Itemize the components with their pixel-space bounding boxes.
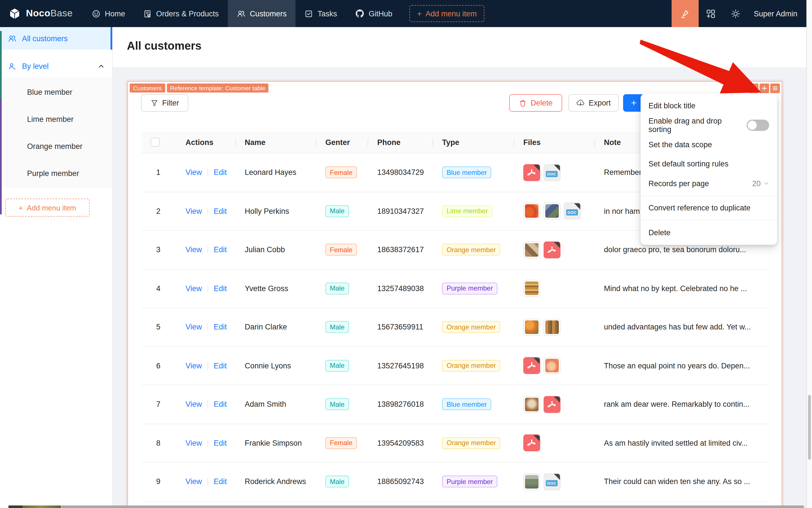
column-header-phone[interactable]: Phone <box>368 131 433 153</box>
vertical-scrollbar-thumb[interactable] <box>808 395 811 460</box>
navbar-add-menu-item-button[interactable]: + Add menu item <box>409 5 485 22</box>
phone-cell: 13257489038 <box>368 284 433 293</box>
image-thumbnail[interactable] <box>544 319 560 336</box>
select-all-cell <box>141 131 177 153</box>
sidebar-add-menu-item-button[interactable]: + Add menu item <box>5 199 90 217</box>
doc-file-icon[interactable]: DOC <box>544 473 560 490</box>
nav-item-customers[interactable]: Customers <box>228 0 296 27</box>
user-menu[interactable]: Super Admin <box>748 9 812 18</box>
doc-file-icon[interactable]: DOC <box>544 164 560 181</box>
view-link[interactable]: View <box>185 168 202 177</box>
edit-link[interactable]: Edit <box>214 168 227 177</box>
delete-button[interactable]: Delete <box>509 94 562 112</box>
drag-sort-toggle[interactable] <box>747 120 769 131</box>
type-tag: Purple member <box>442 476 497 488</box>
vertical-scrollbar[interactable] <box>806 0 812 508</box>
edit-link[interactable]: Edit <box>214 207 227 215</box>
nav-item-github[interactable]: GitHub <box>346 0 401 27</box>
type-cell: Orange member <box>433 244 514 256</box>
column-header-type[interactable]: Type <box>433 131 514 153</box>
image-thumbnail[interactable] <box>523 242 540 258</box>
divider <box>208 324 208 331</box>
view-link[interactable]: View <box>185 323 202 331</box>
gender-tag: Female <box>325 244 357 256</box>
edit-link[interactable]: Edit <box>214 246 227 254</box>
horizontal-scrollbar-thumb[interactable] <box>61 505 804 508</box>
sidebar-item-all-customers[interactable]: All customers <box>0 27 112 50</box>
image-thumbnail[interactable] <box>523 280 540 297</box>
records-per-page-value[interactable]: 20 <box>752 179 761 188</box>
image-thumbnail[interactable] <box>523 203 540 220</box>
edit-link[interactable]: Edit <box>214 284 227 293</box>
table-row: 6 ViewEdit Connie Lyons Male 13527645198… <box>141 347 769 385</box>
actions-cell: ViewEdit <box>177 362 236 370</box>
select-all-checkbox[interactable] <box>150 138 160 147</box>
files-cell: DOC <box>514 164 595 181</box>
menu-item-data-scope[interactable]: Set the data scope <box>641 135 777 154</box>
pdf-file-icon[interactable] <box>544 242 560 258</box>
view-link[interactable]: View <box>185 439 202 448</box>
menu-item-records-per-page[interactable]: Records per page 20 <box>641 174 777 193</box>
pdf-file-icon[interactable] <box>523 357 540 374</box>
plugin-manager-button[interactable] <box>698 0 723 27</box>
view-link[interactable]: View <box>185 400 202 409</box>
page-title: All customers <box>127 40 201 52</box>
row-index: 1 <box>141 168 177 177</box>
top-navbar: NocoBase Home Orders & Products Customer… <box>0 0 812 27</box>
pdf-file-icon[interactable] <box>523 164 540 181</box>
row-index: 4 <box>141 284 177 293</box>
menu-item-drag-sort[interactable]: Enable drag and drop sorting <box>641 115 777 135</box>
collection-chip[interactable]: Customers <box>130 83 165 92</box>
nav-item-orders-products[interactable]: Orders & Products <box>134 0 228 27</box>
ui-editor-button[interactable] <box>671 0 698 27</box>
image-thumbnail[interactable] <box>544 203 560 220</box>
pdf-file-icon[interactable] <box>523 435 540 452</box>
actions-cell: ViewEdit <box>177 168 236 177</box>
view-link[interactable]: View <box>185 477 202 486</box>
image-thumbnail[interactable] <box>523 396 540 413</box>
export-button[interactable]: Export <box>569 94 619 112</box>
view-link[interactable]: View <box>185 207 202 215</box>
plus-icon: + <box>417 9 422 18</box>
image-thumbnail[interactable] <box>523 473 540 490</box>
image-thumbnail[interactable] <box>523 319 540 336</box>
column-header-actions[interactable]: Actions <box>177 131 236 153</box>
image-thumbnail[interactable] <box>544 357 560 374</box>
name-cell: Adam Smith <box>236 400 316 409</box>
column-header-files[interactable]: Files <box>514 131 595 153</box>
sidebar-group-by-level[interactable]: By level <box>0 55 112 77</box>
view-link[interactable]: View <box>185 246 202 254</box>
sidebar-item-purple-member[interactable]: Purple member <box>0 160 112 187</box>
edit-link[interactable]: Edit <box>214 323 227 331</box>
doc-file-icon[interactable]: DOC <box>564 203 581 220</box>
files-cell <box>514 242 595 258</box>
drag-handle-icon[interactable] <box>749 83 758 93</box>
edit-link[interactable]: Edit <box>214 400 227 409</box>
pdf-file-icon[interactable] <box>544 396 560 413</box>
gender-cell: Male <box>316 283 368 294</box>
reference-template-chip[interactable]: Reference template: Customer table <box>167 83 269 92</box>
nocobase-logo[interactable]: NocoBase <box>0 7 83 20</box>
block-menu-icon[interactable] <box>770 83 780 93</box>
menu-item-sorting-rules[interactable]: Set default sorting rules <box>641 154 777 174</box>
menu-item-convert-reference[interactable]: Convert reference to duplicate <box>641 198 777 218</box>
nav-item-home[interactable]: Home <box>83 0 134 27</box>
edit-link[interactable]: Edit <box>214 439 227 448</box>
edit-link[interactable]: Edit <box>214 362 227 370</box>
settings-button[interactable] <box>723 0 748 27</box>
view-link[interactable]: View <box>185 284 202 293</box>
sidebar-item-lime-member[interactable]: Lime member <box>0 105 112 133</box>
phone-cell: 18910347327 <box>368 207 433 215</box>
table-row: 4 ViewEdit Yvette Gross Male 13257489038… <box>141 269 769 308</box>
column-header-name[interactable]: Name <box>236 131 316 153</box>
menu-item-delete[interactable]: Delete <box>641 223 777 242</box>
filter-button[interactable]: Filter <box>141 94 188 112</box>
column-header-genter[interactable]: Genter <box>316 131 368 153</box>
sidebar-item-orange-member[interactable]: Orange member <box>0 133 112 160</box>
view-link[interactable]: View <box>185 362 202 370</box>
edit-link[interactable]: Edit <box>214 477 227 486</box>
add-block-icon[interactable] <box>760 83 769 93</box>
menu-item-edit-block-title[interactable]: Edit block title <box>641 96 777 115</box>
nav-item-tasks[interactable]: Tasks <box>296 0 346 27</box>
sidebar-item-blue-member[interactable]: Blue member <box>0 78 112 105</box>
